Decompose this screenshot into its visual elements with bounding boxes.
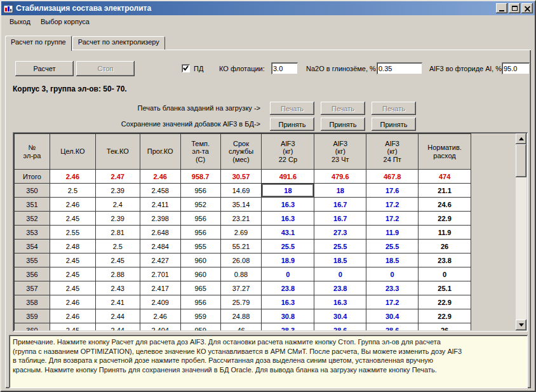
grid-cell[interactable]: 16.3: [262, 212, 314, 226]
grid-cell[interactable]: 16.3: [262, 198, 314, 212]
ko-flotation-input[interactable]: [271, 62, 298, 74]
grid-cell[interactable]: 956: [181, 295, 221, 309]
grid-cell[interactable]: 25.5: [314, 240, 366, 253]
grid-cell[interactable]: 25.5: [366, 240, 419, 253]
grid-cell[interactable]: 30.4: [314, 309, 366, 323]
grid-cell[interactable]: 24.6: [419, 198, 471, 212]
grid-cell[interactable]: 28.3: [262, 323, 314, 330]
grid-cell[interactable]: 46: [221, 323, 262, 330]
scroll-down-button[interactable]: [516, 320, 526, 330]
print-button-3[interactable]: Печать: [372, 102, 416, 115]
grid-cell[interactable]: 25.79: [221, 295, 262, 309]
grid-cell[interactable]: 23.8: [262, 281, 314, 295]
grid-cell[interactable]: 43.1: [262, 226, 314, 240]
grid-cell[interactable]: 16.7: [314, 212, 366, 226]
grid-cell[interactable]: 952: [181, 198, 221, 212]
grid-cell[interactable]: 25.5: [262, 240, 314, 253]
grid-cell[interactable]: 28.6: [366, 323, 419, 330]
grid-cell[interactable]: 0: [314, 267, 366, 281]
print-button-2[interactable]: Печать: [321, 102, 365, 115]
grid-cell[interactable]: 16.7: [314, 198, 366, 212]
grid-cell[interactable]: 2.45: [50, 281, 96, 295]
grid-cell[interactable]: 23.3: [366, 281, 419, 295]
grid-cell[interactable]: 960: [181, 267, 221, 281]
grid-cell[interactable]: 955: [181, 240, 221, 253]
grid-cell[interactable]: 23.8: [314, 281, 366, 295]
grid-cell[interactable]: 2.409: [140, 295, 181, 309]
grid-cell[interactable]: 2.48: [50, 240, 96, 253]
maximize-button[interactable]: [509, 3, 520, 13]
grid-cell[interactable]: 0: [419, 267, 471, 281]
grid-cell[interactable]: 2.404: [140, 323, 181, 330]
na2o-input[interactable]: [377, 62, 422, 74]
grid-cell[interactable]: 965: [181, 281, 221, 295]
grid-cell[interactable]: 2.701: [140, 267, 181, 281]
grid-cell[interactable]: 35.14: [221, 198, 262, 212]
minimize-button[interactable]: [496, 3, 507, 13]
grid-cell[interactable]: 2.44: [96, 323, 140, 330]
grid-cell[interactable]: 960: [181, 253, 221, 267]
scroll-up-button[interactable]: [516, 133, 526, 144]
grid-cell[interactable]: 2.45: [50, 212, 96, 226]
grid-cell[interactable]: 2.69: [221, 226, 262, 240]
grid-cell[interactable]: 21.1: [419, 184, 471, 198]
grid-cell[interactable]: 959: [181, 323, 221, 330]
grid-cell[interactable]: 28.6: [314, 323, 366, 330]
grid-cell[interactable]: 2.46: [50, 309, 96, 323]
grid-cell[interactable]: 2.5: [96, 240, 140, 253]
alf3-fluoride-input[interactable]: [502, 62, 530, 74]
grid-cell[interactable]: 0: [262, 267, 314, 281]
grid-cell[interactable]: 2.88: [96, 267, 140, 281]
menu-item-exit[interactable]: Выход: [5, 17, 35, 27]
calc-button[interactable]: Расчет: [15, 61, 74, 76]
tab-calc-by-group[interactable]: Расчет по группе: [5, 36, 72, 51]
grid-cell[interactable]: 11.9: [366, 226, 419, 240]
grid-cell[interactable]: 37.27: [221, 281, 262, 295]
menu-item-select-korpus[interactable]: Выбор корпуса: [36, 17, 94, 27]
grid-cell[interactable]: 2.46: [50, 198, 96, 212]
grid-cell[interactable]: 25.1: [419, 281, 471, 295]
vertical-scrollbar[interactable]: [516, 133, 526, 330]
grid-cell[interactable]: 2.5: [50, 184, 96, 198]
close-button[interactable]: [521, 3, 533, 13]
grid-cell[interactable]: 2.45: [50, 253, 96, 267]
grid-cell[interactable]: 26: [419, 323, 471, 330]
grid-cell[interactable]: 2.46: [50, 295, 96, 309]
grid-cell[interactable]: 23.21: [221, 212, 262, 226]
grid-cell[interactable]: 24.88: [221, 309, 262, 323]
grid-cell[interactable]: 30.4: [366, 309, 419, 323]
grid-cell[interactable]: 2.45: [50, 323, 96, 330]
grid-cell[interactable]: 18.5: [366, 253, 419, 267]
grid-cell[interactable]: 22.9: [419, 309, 471, 323]
grid-cell[interactable]: 11.9: [419, 226, 471, 240]
grid-cell[interactable]: 956: [181, 226, 221, 240]
tab-calc-by-electrolyzer[interactable]: Расчет по электролизеру: [72, 36, 165, 50]
grid-cell[interactable]: 959: [181, 309, 221, 323]
grid-cell[interactable]: 2.81: [96, 226, 140, 240]
grid-cell[interactable]: 16.3: [314, 295, 366, 309]
grid-cell[interactable]: 956: [181, 184, 221, 198]
grid-cell[interactable]: 22.9: [419, 212, 471, 226]
grid-cell[interactable]: 2.45: [50, 267, 96, 281]
pd-checkbox[interactable]: [182, 64, 190, 72]
grid-cell[interactable]: 2.45: [96, 253, 140, 267]
grid-cell[interactable]: 2.44: [96, 309, 140, 323]
grid-cell[interactable]: 17.2: [366, 212, 419, 226]
grid-cell[interactable]: 2.4: [96, 198, 140, 212]
grid-cell[interactable]: 18: [262, 184, 314, 198]
print-button-1[interactable]: Печать: [270, 102, 314, 115]
grid-cell[interactable]: 17.6: [366, 184, 419, 198]
grid-cell[interactable]: 2.458: [140, 184, 181, 198]
grid-cell[interactable]: 27.3: [314, 226, 366, 240]
accept-button-3[interactable]: Принять: [372, 118, 416, 131]
grid-cell[interactable]: 2.417: [140, 281, 181, 295]
grid-cell[interactable]: 0: [366, 267, 419, 281]
grid-cell[interactable]: 18.9: [262, 253, 314, 267]
grid-cell[interactable]: 0.88: [221, 267, 262, 281]
accept-button-2[interactable]: Принять: [321, 118, 365, 131]
grid-cell[interactable]: 18.5: [314, 253, 366, 267]
grid-cell[interactable]: 23.8: [419, 253, 471, 267]
grid-cell[interactable]: 17.2: [366, 198, 419, 212]
stop-button[interactable]: Стоп: [76, 61, 135, 76]
grid-cell[interactable]: 2.55: [50, 226, 96, 240]
